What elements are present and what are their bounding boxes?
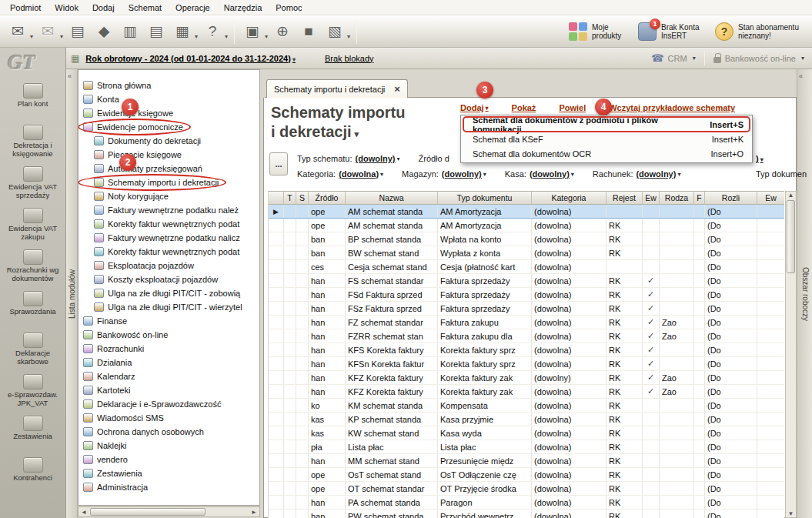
tree-item-bankowosc-on-line[interactable]: Bankowość on-line [79, 328, 172, 342]
module-list-strip[interactable]: « Lista modułów [66, 69, 78, 518]
rail-item-rozrachunki-wg-dokumentow[interactable]: Rozrachunki wg dokumentów [0, 246, 65, 288]
table-row[interactable]: hanKFSn Korekta fakturKorekta faktury sp… [269, 357, 784, 371]
table-row[interactable]: hanFSd Faktura sprzedFaktura sprzedaży(d… [269, 288, 784, 302]
column-header-nazwa[interactable]: Nazwa [346, 192, 438, 204]
table-row[interactable]: hanFZ schemat standarFaktura zakupu(dowo… [269, 316, 784, 329]
tree-item-korekty-faktur-wewnetrznych-podat[interactable]: Korekty faktur wewnętrznych podat [79, 245, 244, 259]
stan-abonamentu-button[interactable]: ? Stan abonamentu nieznany! [715, 22, 803, 41]
table-row[interactable]: hanFS schemat standarFaktura sprzedaży(d… [269, 274, 784, 288]
tree-item-deklaracje-i-e-sprawozdawczosc[interactable]: Deklaracje i e-Sprawozdawczość [79, 397, 226, 411]
tree-item-kartoteki[interactable]: Kartoteki [79, 383, 135, 397]
table-row[interactable]: hanKFS Korekta fakturyKorekta faktury sp… [269, 343, 784, 357]
tree-item-eksploatacja-pojazdow[interactable]: Eksploatacja pojazdów [79, 259, 199, 272]
menu-item-schemat-dla-ksef[interactable]: Schemat dla KSeFInsert+K [462, 132, 751, 146]
table-row[interactable]: hanMM schemat standPrzesunięcie międz(do… [269, 454, 784, 468]
scroll-down-icon[interactable]: ▼ [786, 510, 797, 517]
tree-item-korekty-faktur-wewnetrznych-podat[interactable]: Korekty faktur wewnętrznych podat [79, 217, 244, 231]
filter-value-dropdown[interactable]: (dowolny) [636, 169, 676, 179]
banking-dropdown-icon[interactable]: ▾ [801, 55, 804, 62]
documents-dropdown-icon[interactable]: ▾ [265, 33, 268, 40]
printer-icon[interactable]: ▦ [171, 20, 194, 43]
menubar-item-pomoc[interactable]: Pomoc [269, 2, 309, 14]
tree-item-schematy-importu-i-dekretacji[interactable]: Schematy importu i dekretacji [79, 175, 223, 189]
menubar-item-narzedzia[interactable]: Narzędzia [217, 2, 269, 14]
tree-item-vendero[interactable]: vendero [79, 453, 132, 466]
tree-item-administracja[interactable]: Administracja [79, 480, 152, 494]
tree-horizontal-scrollbar[interactable]: ◄ ► [78, 506, 260, 517]
package-icon[interactable]: ◆ [92, 20, 115, 43]
stamp-icon[interactable]: ▤ [66, 20, 89, 43]
tab-close-icon[interactable]: × [394, 85, 400, 93]
scroll-right-icon[interactable]: ► [249, 509, 259, 516]
rail-item-plan-kont[interactable]: Plan kont [0, 80, 65, 122]
send-mail-dropdown-icon[interactable]: ▾ [30, 33, 33, 40]
column-header-t[interactable]: T [284, 192, 296, 204]
column-header-typ-dokumentu[interactable]: Typ dokumentu [438, 192, 532, 204]
dispatch-icon[interactable]: ▥ [119, 20, 142, 43]
mailbox-dropdown-icon[interactable]: ▾ [60, 33, 63, 40]
workspace-strip[interactable]: « Obszar roboczy [797, 69, 812, 518]
tree-item-ewidencje-pomocnicze[interactable]: Ewidencje pomocnicze [79, 120, 188, 134]
globe-icon[interactable]: ⊕ [271, 20, 294, 43]
filter-value-dropdown[interactable]: (dowolny) [442, 169, 482, 179]
menubar-item-schemat[interactable]: Schemat [122, 2, 169, 14]
scrollbar-thumb[interactable] [90, 508, 206, 516]
action-wczytaj-przykladowe-schematy[interactable]: Wczytaj przykładowe schematy [609, 103, 735, 112]
table-row[interactable]: cesCesja schemat standCesja (płatność ka… [269, 260, 784, 274]
help-icon[interactable]: ? [201, 20, 224, 43]
help-dropdown-icon[interactable]: ▾ [225, 33, 228, 40]
table-row[interactable]: ▶opeAM schemat standaAM Amortyzacja(dowo… [269, 205, 784, 219]
documents-icon[interactable]: ▣ [241, 20, 264, 43]
folders-dropdown-icon[interactable]: ▾ [347, 33, 350, 40]
table-row[interactable]: hanPW schemat standaPrzychód wewnętrz(do… [269, 510, 784, 518]
table-row[interactable]: płaLista płacLista płac(dowolna)RK(Do [269, 440, 784, 454]
cube-icon[interactable]: ■ [297, 20, 320, 43]
konto-insert-button[interactable]: 1 Brak Konta InsERT [638, 22, 704, 41]
rail-item-e-sprawozdaw-jpk-vat[interactable]: e-Sprawozdaw. JPK_VAT [0, 371, 65, 413]
tree-item-rozrachunki[interactable]: Rozrachunki [79, 342, 149, 356]
tree-item-naklejki[interactable]: Naklejki [79, 439, 132, 453]
tree-item-kalendarz[interactable]: Kalendarz [79, 369, 140, 383]
filter-value-dropdown[interactable]: (dowolny) [530, 169, 570, 179]
filter-value-dropdown[interactable]: (dowolny) [356, 154, 396, 163]
column-header-ew2[interactable]: Ew [757, 192, 784, 204]
scroll-left-icon[interactable]: ◄ [79, 509, 89, 516]
page-title[interactable]: Schematy importu i dekretacji▾ [271, 103, 409, 144]
tree-item-finanse[interactable]: Finanse [79, 314, 132, 328]
menu-item-schemat-dla-dokumentow-ocr[interactable]: Schemat dla dokumentów OCRInsert+O [462, 146, 751, 161]
table-row[interactable]: opeOsT schemat standOsT Odłączenie czę(d… [269, 468, 784, 482]
filter-value-dropdown[interactable]: (dowolna) [339, 169, 379, 179]
collapse-right-icon[interactable]: « [799, 72, 803, 80]
rail-item-dekretacja-i-ksiegowanie[interactable]: Dekretacja i księgowanie [0, 122, 65, 163]
column-header-rozliczenie[interactable]: Rozli [705, 192, 757, 204]
rail-item-ewidencja-vat-sprzedazy[interactable]: Ewidencja VAT sprzedaży [0, 163, 65, 205]
table-row[interactable]: hanKFZ Korekta fakturyKorekta faktury za… [269, 371, 784, 385]
column-header-kategoria[interactable]: Kategoria [532, 192, 606, 204]
column-header-f[interactable]: F [694, 192, 705, 204]
lock-status-link[interactable]: Brak blokady [325, 54, 374, 63]
tree-item-strona-glowna[interactable]: Strona główna [79, 79, 155, 92]
menubar-item-podmiot[interactable]: Podmiot [3, 2, 48, 14]
folders-icon[interactable]: ▧ [323, 20, 346, 43]
tree-item-dzialania[interactable]: Działania [79, 356, 136, 369]
table-vertical-scrollbar[interactable]: ▲ ▼ [785, 191, 797, 518]
tree-item-faktury-wewnetrzne-podatku-nalicz[interactable]: Faktury wewnętrzne podatku nalicz [79, 231, 245, 245]
rail-item-deklaracje-skarbowe[interactable]: Deklaracje skarbowe [0, 329, 65, 371]
table-row[interactable]: hanPA schemat standaParagon(dowolna)RK(D… [269, 496, 784, 510]
filter-more-button[interactable]: ... [269, 152, 288, 175]
crm-dropdown-icon[interactable]: ▾ [693, 55, 696, 62]
tree-item-noty-korygujace[interactable]: Noty korygujące [79, 189, 173, 203]
send-mail-icon[interactable]: ✉ [6, 20, 29, 43]
tree-item-konta[interactable]: Konta [79, 92, 124, 106]
collapse-left-icon[interactable]: « [68, 72, 72, 80]
scroll-up-icon[interactable]: ▲ [786, 192, 797, 199]
archive-icon[interactable]: ▤ [145, 20, 168, 43]
rail-item-kontrahenci[interactable]: Kontrahenci [0, 454, 65, 496]
action-pokaz[interactable]: Pokaż [512, 103, 536, 112]
action-dodaj[interactable]: Dodaj▾ [460, 103, 489, 112]
rail-item-ewidencja-vat-zakupu[interactable]: Ewidencja VAT zakupu [0, 205, 65, 246]
fiscal-year-selector[interactable]: Rok obrotowy - 2024 (od 01-01-2024 do 31… [85, 54, 296, 63]
table-row[interactable]: banBP schemat standaWpłata na konto(dowo… [269, 232, 784, 246]
table-row[interactable]: kasKP schemat standaKasa przyjmie(dowoln… [269, 413, 784, 426]
action-powiel[interactable]: Powiel [559, 103, 586, 112]
